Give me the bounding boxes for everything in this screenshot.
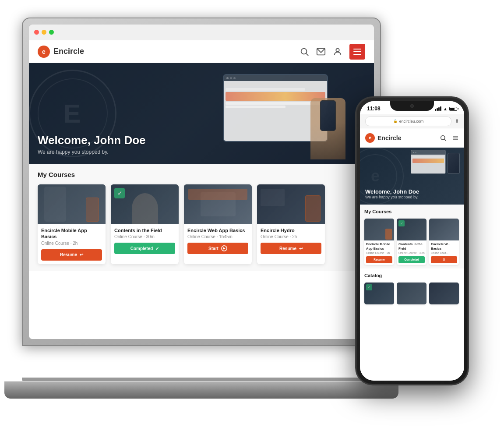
hero-banner: e: [29, 63, 374, 164]
hero-title: Welcome, John Doe: [38, 134, 146, 147]
course-thumb-bg-3: [184, 184, 252, 224]
course-name-2: Contents in the Field: [114, 227, 175, 233]
hamburger-button[interactable]: [349, 44, 365, 60]
hero-text: Welcome, John Doe We are happy you stopp…: [38, 134, 146, 155]
logo-text: Encircle: [53, 47, 84, 56]
signal-bar-2: [437, 108, 438, 111]
phone-device: 11:08 ▲: [355, 96, 469, 385]
resume-button-4[interactable]: Resume ↩: [261, 243, 321, 254]
phone-hero-devices: [411, 150, 460, 174]
phone-content: e Encircle: [360, 128, 464, 381]
reply-icon-4: ↩: [299, 246, 303, 251]
phone-outer: 11:08 ▲: [355, 96, 469, 385]
course-thumb-2: ✓: [111, 184, 179, 224]
hamburger-line-3: [353, 54, 361, 55]
phone-power-button: [468, 155, 469, 181]
phone-hero-text: Welcome, John Doe We are happy you stopp…: [365, 188, 419, 199]
phone-catalog-card-3: [429, 283, 459, 304]
website-content: e Encircle: [29, 40, 374, 339]
phone-course-thumb-3: [429, 219, 459, 240]
course-info-1: Encircle Mobile App Basics Online Course…: [38, 224, 106, 264]
phone-time: 11:08: [367, 106, 381, 112]
phone-courses-grid: Encircle Mobile App Basics Online Course…: [364, 219, 460, 265]
laptop-screen: e Encircle: [29, 25, 374, 339]
phone-status-icons: ▲: [435, 106, 457, 111]
play-icon-3: ▶: [221, 245, 227, 251]
course-thumb-3: [184, 184, 252, 224]
phone-catalog-title: Catalog: [364, 273, 460, 278]
check-icon-2: ✓: [155, 246, 159, 251]
site-navbar: e Encircle: [29, 40, 374, 63]
phone-course-card-3: Encircle W... Basics Online Cour... S: [429, 219, 459, 265]
phone-course-card-2: ✓ Contents in the Field Online Course · …: [397, 219, 426, 265]
phone-catalog-card-1: ✓: [364, 283, 394, 304]
course-thumb-bg-2: ✓: [111, 184, 179, 224]
phone-hero-phone-img: [448, 153, 460, 174]
phone-course-info-3: Encircle W... Basics Online Cour... S: [429, 240, 459, 265]
course-card-1: Encircle Mobile App Basics Online Course…: [38, 184, 106, 264]
browser-maximize-dot[interactable]: [49, 30, 54, 35]
phone-menu-icon[interactable]: [452, 134, 459, 141]
phone-logo-icon: e: [365, 133, 375, 143]
course-meta-4: Online Course · 2h: [261, 234, 321, 239]
phone-course-name-1: Encircle Mobile App Basics: [366, 242, 392, 251]
reply-icon: ↩: [80, 252, 83, 257]
course-thumb-4: [257, 184, 325, 224]
course-meta-1: Online Course · 2h: [41, 241, 102, 246]
phone-url-bar[interactable]: 🔒 encircleu.com: [365, 117, 451, 126]
phone-search-icon[interactable]: [440, 134, 447, 141]
course-thumb-bg-4: [257, 184, 325, 224]
phone-logo-text: Encircle: [377, 134, 401, 141]
course-name-3: Encircle Web App Basics: [187, 227, 248, 233]
share-icon[interactable]: ⬆: [455, 118, 459, 124]
signal-bar-4: [440, 106, 441, 111]
phone-course-name-3: Encircle W... Basics: [431, 242, 457, 251]
phone-browser-bar: 🔒 encircleu.com ⬆: [360, 114, 464, 128]
resume-button-1[interactable]: Resume ↩: [41, 249, 102, 261]
hamburger-line-1: [353, 49, 361, 49]
phone-catalog-card-2: [397, 283, 426, 304]
url-text: encircleu.com: [399, 119, 424, 124]
course-info-3: Encircle Web App Basics Online Course · …: [184, 224, 252, 258]
course-name-1: Encircle Mobile App Basics: [41, 227, 102, 240]
svg-point-0: [301, 48, 307, 54]
phone-course-meta-3: Online Cour...: [431, 251, 457, 254]
browser-chrome: [29, 25, 374, 40]
svg-line-1: [306, 53, 308, 56]
wifi-icon: ▲: [443, 106, 448, 111]
phone-start-btn-3[interactable]: S: [431, 256, 457, 263]
courses-grid: Encircle Mobile App Basics Online Course…: [38, 184, 365, 264]
phone-volume-down: [355, 161, 356, 183]
user-icon[interactable]: [333, 47, 342, 57]
phone-home-indicator: [395, 375, 430, 377]
phone-resume-btn-1[interactable]: Resume: [366, 256, 392, 263]
completed-button-2[interactable]: Completed ✓: [114, 243, 175, 254]
laptop-body: e Encircle: [22, 18, 381, 346]
phone-camera: [410, 104, 414, 108]
course-meta-3: Online Course · 1h45m: [187, 234, 248, 239]
phone-course-thumb-2: ✓: [397, 219, 426, 240]
courses-section: My Courses: [29, 164, 374, 271]
phone-courses-title: My Courses: [364, 209, 460, 214]
phone-courses-section: My Courses: [360, 205, 464, 268]
browser-close-dot[interactable]: [34, 30, 39, 35]
phone-course-meta-2: Online Course · 30m: [398, 251, 425, 254]
laptop-device: e Encircle: [22, 18, 381, 399]
start-button-3[interactable]: Start ▶: [187, 243, 248, 254]
resume-label-1: Resume: [60, 252, 77, 257]
completed-label-2: Completed: [130, 246, 153, 251]
search-icon[interactable]: [300, 47, 309, 57]
laptop-bezel: e Encircle: [29, 25, 374, 339]
battery-fill: [450, 108, 455, 110]
mail-icon[interactable]: [316, 47, 326, 57]
phone-logo: e Encircle: [365, 133, 440, 143]
phone-course-info-2: Contents in the Field Online Course · 30…: [397, 240, 426, 265]
phone-course-meta-1: Online Course · 2h: [366, 251, 392, 254]
svg-line-5: [444, 139, 446, 141]
phone-completed-btn-2[interactable]: Completed: [398, 256, 425, 263]
logo-icon: e: [38, 46, 50, 58]
browser-minimize-dot[interactable]: [42, 30, 46, 35]
phone-course-name-2: Contents in the Field: [398, 242, 425, 251]
phone-course-info-1: Encircle Mobile App Basics Online Course…: [364, 240, 394, 265]
phone-notch: [390, 101, 434, 111]
